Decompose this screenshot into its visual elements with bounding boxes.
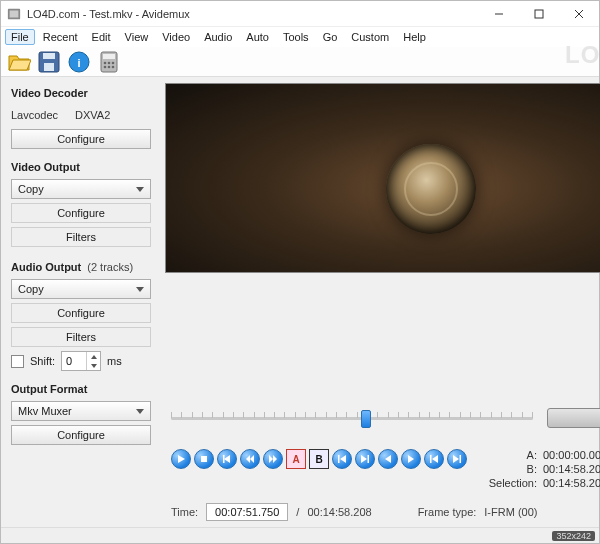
sidebar: Video Decoder Lavcodec DXVA2 Configure V… (1, 77, 161, 527)
svg-rect-20 (201, 456, 207, 462)
app-icon (7, 7, 21, 21)
audio-tracks-note: (2 tracks) (87, 261, 133, 273)
menubar: FileRecentEditViewVideoAudioAutoToolsGoC… (1, 27, 599, 47)
spin-up[interactable] (87, 352, 100, 361)
shift-checkbox[interactable] (11, 355, 24, 368)
next-key-button[interactable] (355, 449, 375, 469)
mark-a-button[interactable]: A (286, 449, 306, 469)
marker-b-label: B: (481, 463, 537, 475)
prev-black-button[interactable] (424, 449, 444, 469)
chevron-down-icon (136, 187, 144, 192)
svg-text:i: i (77, 57, 80, 69)
video-output-select[interactable]: Copy (11, 179, 151, 199)
svg-point-13 (104, 61, 107, 64)
shift-unit: ms (107, 355, 122, 367)
time-total: 00:14:58.208 (307, 506, 371, 518)
svg-marker-23 (246, 455, 250, 463)
video-decoder-header: Video Decoder (11, 87, 151, 99)
forward-button[interactable] (263, 449, 283, 469)
output-format-configure-button[interactable]: Configure (11, 425, 151, 445)
lavcodec-label: Lavcodec (11, 109, 69, 121)
marker-a-label: A: (481, 449, 537, 461)
rewind-button[interactable] (240, 449, 260, 469)
menu-edit[interactable]: Edit (86, 29, 117, 45)
prev-frame-button[interactable] (217, 449, 237, 469)
info-icon[interactable]: i (67, 50, 91, 74)
prev-key-button[interactable] (332, 449, 352, 469)
audio-output-header: Audio Output (11, 261, 81, 273)
svg-rect-8 (44, 63, 54, 71)
menu-video[interactable]: Video (156, 29, 196, 45)
svg-marker-26 (273, 455, 277, 463)
output-format-header: Output Format (11, 383, 151, 395)
svg-rect-30 (368, 455, 370, 463)
time-sep: / (296, 506, 299, 518)
toolbar: i (1, 47, 599, 77)
preview-dimensions: 352x242 (552, 531, 595, 541)
svg-marker-31 (385, 455, 391, 463)
menu-file[interactable]: File (5, 29, 35, 45)
selection-label: Selection: (481, 477, 537, 489)
svg-marker-21 (224, 455, 230, 463)
marker-a-value: 00:00:00.000 (543, 449, 600, 461)
frame-type-label: Frame type: (418, 506, 477, 518)
svg-marker-28 (340, 455, 346, 463)
svg-marker-29 (361, 455, 367, 463)
audio-output-filters-button: Filters (11, 327, 151, 347)
menu-view[interactable]: View (119, 29, 155, 45)
window-title: LO4D.com - Test.mkv - Avidemux (27, 8, 479, 20)
seek-slider[interactable] (171, 408, 533, 428)
menu-go[interactable]: Go (317, 29, 344, 45)
svg-rect-12 (103, 54, 115, 59)
svg-rect-22 (223, 455, 225, 463)
svg-marker-19 (178, 455, 185, 463)
jog-wheel[interactable] (547, 408, 600, 428)
svg-point-18 (112, 65, 115, 68)
menu-recent[interactable]: Recent (37, 29, 84, 45)
next-black-button[interactable] (447, 449, 467, 469)
time-current[interactable]: 00:07:51.750 (206, 503, 288, 521)
shift-spinner[interactable]: 0 (61, 351, 101, 371)
stop-button[interactable] (194, 449, 214, 469)
svg-marker-35 (453, 455, 459, 463)
mark-b-button[interactable]: B (309, 449, 329, 469)
next-cut-button[interactable] (401, 449, 421, 469)
svg-rect-1 (10, 10, 19, 17)
spin-down[interactable] (87, 361, 100, 370)
minimize-button[interactable] (479, 1, 519, 26)
menu-tools[interactable]: Tools (277, 29, 315, 45)
svg-rect-3 (535, 10, 543, 18)
save-icon[interactable] (37, 50, 61, 74)
frame-type-value: I-FRM (00) (484, 506, 537, 518)
play-button[interactable] (171, 449, 191, 469)
titlebar: LO4D.com - Test.mkv - Avidemux (1, 1, 599, 27)
open-icon[interactable] (7, 50, 31, 74)
close-button[interactable] (559, 1, 599, 26)
video-output-filters-button: Filters (11, 227, 151, 247)
menu-custom[interactable]: Custom (345, 29, 395, 45)
statusbar: 352x242 (1, 527, 599, 543)
audio-output-select[interactable]: Copy (11, 279, 151, 299)
svg-marker-34 (432, 455, 438, 463)
prev-cut-button[interactable] (378, 449, 398, 469)
svg-rect-36 (460, 455, 462, 463)
svg-marker-24 (250, 455, 254, 463)
menu-audio[interactable]: Audio (198, 29, 238, 45)
marker-b-value: 00:14:58.208 (543, 463, 600, 475)
svg-point-16 (104, 65, 107, 68)
video-output-configure-button: Configure (11, 203, 151, 223)
svg-rect-27 (338, 455, 340, 463)
video-output-header: Video Output (11, 161, 151, 173)
decoder-accel-value: DXVA2 (75, 109, 110, 121)
chevron-down-icon (136, 409, 144, 414)
selection-value: 00:14:58.208 (543, 477, 600, 489)
menu-auto[interactable]: Auto (240, 29, 275, 45)
menu-help[interactable]: Help (397, 29, 432, 45)
shift-label: Shift: (30, 355, 55, 367)
decoder-configure-button[interactable]: Configure (11, 129, 151, 149)
maximize-button[interactable] (519, 1, 559, 26)
video-preview: DIVX+ HD (165, 83, 600, 273)
calc-icon[interactable] (97, 50, 121, 74)
output-format-select[interactable]: Mkv Muxer (11, 401, 151, 421)
chevron-down-icon (136, 287, 144, 292)
